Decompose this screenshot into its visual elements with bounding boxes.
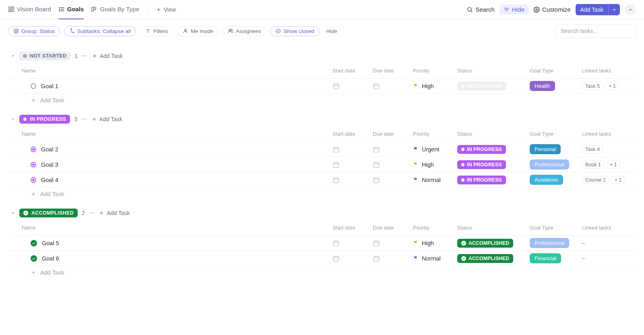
collapse-toggle[interactable] bbox=[10, 117, 15, 122]
col-header-goal_type[interactable]: Goal Type bbox=[527, 223, 580, 232]
col-header-due[interactable]: Due date bbox=[370, 129, 411, 139]
status-cell[interactable]: ACCOMPLISHED bbox=[455, 237, 527, 249]
status-chip[interactable]: IN PROGRESS bbox=[19, 115, 70, 124]
status-dot-icon[interactable] bbox=[31, 177, 36, 183]
goal-type-cell[interactable]: Professional bbox=[527, 236, 580, 250]
group-more-button[interactable]: ··· bbox=[81, 116, 87, 122]
hide-filters-link[interactable]: Hide bbox=[326, 28, 337, 34]
add-view-button[interactable]: View bbox=[156, 6, 176, 13]
assignees-pill[interactable]: Assignees bbox=[223, 26, 266, 36]
group-by-pill[interactable]: Group: Status bbox=[8, 26, 60, 36]
status-dot-icon[interactable] bbox=[31, 83, 36, 89]
task-row[interactable]: Goal 4NormalIN PROGRESSAcademicCourse 2+… bbox=[8, 172, 636, 187]
status-dot-icon[interactable] bbox=[31, 255, 37, 262]
group-add-task-button[interactable]: Add Task bbox=[92, 53, 123, 59]
tab-goals-by-type[interactable]: Goals By Type bbox=[91, 0, 139, 19]
col-header-linked[interactable]: Linked tasks bbox=[580, 66, 636, 75]
col-header-due[interactable]: Due date bbox=[370, 223, 411, 232]
col-header-start[interactable]: Start date bbox=[330, 129, 370, 139]
tab-goals[interactable]: Goals bbox=[58, 0, 84, 19]
linked-more-chip[interactable]: + 1 bbox=[607, 161, 620, 169]
start-date-cell[interactable] bbox=[330, 144, 370, 155]
start-date-cell[interactable] bbox=[330, 81, 370, 91]
col-header-name[interactable]: Name bbox=[8, 66, 330, 75]
due-date-cell[interactable] bbox=[370, 253, 411, 264]
hide-button[interactable]: Hide bbox=[500, 4, 528, 14]
customize-button[interactable]: Customize bbox=[533, 6, 571, 13]
col-header-status[interactable]: Status bbox=[455, 129, 527, 139]
linked-tasks-cell[interactable]: Book 1+ 1 bbox=[580, 159, 636, 170]
due-date-cell[interactable] bbox=[370, 159, 411, 170]
due-date-cell[interactable] bbox=[370, 144, 411, 155]
tab-vision-board[interactable]: Vision Board bbox=[8, 0, 51, 19]
add-task-row[interactable]: Add Task bbox=[8, 187, 636, 201]
status-chip[interactable]: ACCOMPLISHED bbox=[19, 209, 78, 217]
col-header-status[interactable]: Status bbox=[455, 66, 527, 75]
task-row[interactable]: Goal 3HighIN PROGRESSProfessionalBook 1+… bbox=[8, 157, 636, 172]
add-task-row[interactable]: Add Task bbox=[8, 93, 636, 107]
due-date-cell[interactable] bbox=[370, 175, 411, 185]
filters-pill[interactable]: Filters bbox=[140, 26, 173, 36]
status-dot-icon[interactable] bbox=[31, 162, 36, 168]
status-chip[interactable]: NOT STARTED bbox=[19, 52, 70, 60]
col-header-priority[interactable]: Priority bbox=[411, 129, 455, 139]
linked-task-chip[interactable]: Course 2 bbox=[582, 176, 609, 184]
linked-tasks-cell[interactable]: – bbox=[580, 238, 636, 248]
group-more-button[interactable]: ··· bbox=[82, 53, 88, 59]
status-cell[interactable]: IN PROGRESS bbox=[455, 174, 527, 186]
task-row[interactable]: Goal 1HighNOT STARTEDHealthTask 5+ 1 bbox=[8, 78, 636, 93]
col-header-priority[interactable]: Priority bbox=[411, 223, 455, 232]
search-tasks-input[interactable] bbox=[555, 24, 636, 38]
priority-cell[interactable]: Normal bbox=[411, 254, 455, 263]
col-header-start[interactable]: Start date bbox=[330, 223, 370, 232]
linked-task-chip[interactable]: Task 4 bbox=[582, 145, 603, 153]
start-date-cell[interactable] bbox=[330, 175, 370, 185]
goal-type-cell[interactable]: Personal bbox=[527, 143, 580, 156]
due-date-cell[interactable] bbox=[370, 238, 411, 248]
priority-cell[interactable]: High bbox=[411, 160, 455, 170]
show-closed-pill[interactable]: Show closed bbox=[270, 26, 320, 36]
linked-task-chip[interactable]: Book 1 bbox=[582, 161, 604, 169]
collapse-toggle[interactable] bbox=[10, 211, 15, 215]
status-cell[interactable]: ACCOMPLISHED bbox=[455, 252, 527, 265]
linked-tasks-cell[interactable]: – bbox=[580, 254, 636, 263]
col-header-start[interactable]: Start date bbox=[330, 66, 370, 75]
linked-tasks-cell[interactable]: Course 2+ 1 bbox=[580, 174, 636, 186]
add-task-dropdown[interactable] bbox=[608, 5, 620, 14]
subtasks-pill[interactable]: Subtasks: Collapse all bbox=[64, 26, 136, 36]
group-more-button[interactable]: ··· bbox=[89, 210, 95, 216]
due-date-cell[interactable] bbox=[370, 81, 411, 91]
col-header-name[interactable]: Name bbox=[8, 223, 330, 232]
goal-type-cell[interactable]: Academic bbox=[527, 173, 580, 186]
search-button[interactable]: Search bbox=[466, 6, 495, 13]
status-cell[interactable]: IN PROGRESS bbox=[455, 159, 527, 171]
priority-cell[interactable]: Normal bbox=[411, 175, 455, 185]
priority-cell[interactable]: High bbox=[411, 81, 455, 91]
priority-cell[interactable]: Urgent bbox=[411, 145, 455, 154]
status-cell[interactable]: IN PROGRESS bbox=[455, 143, 527, 155]
more-menu-button[interactable] bbox=[625, 4, 636, 15]
linked-tasks-cell[interactable]: Task 5+ 1 bbox=[580, 81, 636, 92]
col-header-linked[interactable]: Linked tasks bbox=[580, 223, 636, 232]
linked-task-chip[interactable]: Task 5 bbox=[582, 82, 603, 90]
linked-tasks-cell[interactable]: Task 4 bbox=[580, 144, 636, 155]
add-task-button[interactable]: Add Task bbox=[576, 4, 620, 15]
status-cell[interactable]: NOT STARTED bbox=[455, 80, 527, 92]
group-add-task-button[interactable]: Add Task bbox=[91, 116, 122, 122]
start-date-cell[interactable] bbox=[330, 238, 370, 248]
priority-cell[interactable]: High bbox=[411, 238, 455, 248]
goal-type-cell[interactable]: Professional bbox=[527, 158, 580, 171]
status-dot-icon[interactable] bbox=[31, 240, 37, 246]
col-header-priority[interactable]: Priority bbox=[411, 66, 455, 75]
goal-type-cell[interactable]: Health bbox=[527, 79, 580, 93]
col-header-goal_type[interactable]: Goal Type bbox=[527, 66, 580, 75]
me-mode-pill[interactable]: Me mode bbox=[178, 26, 219, 36]
col-header-status[interactable]: Status bbox=[455, 223, 527, 232]
col-header-due[interactable]: Due date bbox=[370, 66, 411, 75]
collapse-toggle[interactable] bbox=[10, 54, 15, 58]
task-row[interactable]: Goal 2UrgentIN PROGRESSPersonalTask 4 bbox=[8, 141, 636, 157]
linked-more-chip[interactable]: + 1 bbox=[611, 176, 625, 184]
linked-more-chip[interactable]: + 1 bbox=[605, 82, 619, 90]
goal-type-cell[interactable]: Financial bbox=[527, 252, 580, 265]
group-add-task-button[interactable]: Add Task bbox=[99, 210, 130, 216]
